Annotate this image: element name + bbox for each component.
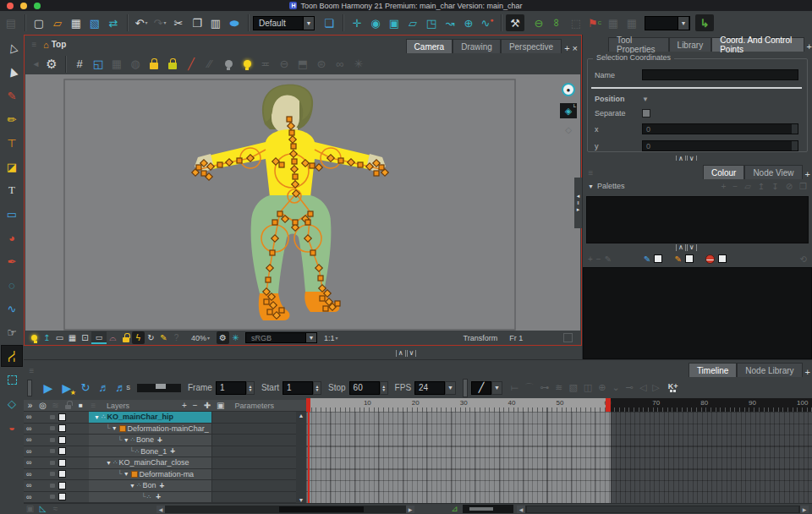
paste-cycle-icon[interactable]: ▧: [568, 382, 577, 393]
x-input[interactable]: 0: [642, 123, 798, 134]
header-menu-icon[interactable]: ≡: [87, 399, 100, 412]
rigging-tool[interactable]: ⌥: [2, 346, 22, 366]
brush-colour-swatch[interactable]: [654, 254, 662, 263]
palettes-collapse-icon[interactable]: ▼: [588, 183, 594, 189]
top-view-icon[interactable]: ⬒: [294, 56, 312, 73]
layer-row[interactable]: ∞└∴+: [24, 492, 306, 504]
tab-node-library[interactable]: Node Library: [737, 363, 802, 377]
solo-mode-icon[interactable]: ◎: [36, 399, 49, 412]
layer-name-cell[interactable]: └∴Bone_1+: [89, 446, 211, 457]
reset-view-icon[interactable]: ✳: [349, 56, 368, 73]
marquee-select-tool[interactable]: [2, 369, 22, 390]
layers-hscrollbar[interactable]: ◀▶: [156, 506, 414, 513]
snowflake-icon[interactable]: ✳: [229, 331, 242, 344]
colorspace-dropdown[interactable]: sRGB ▼: [245, 332, 317, 343]
select-tool[interactable]: ▶: [2, 62, 22, 82]
volume-slider[interactable]: [137, 384, 181, 392]
status-lock-icon[interactable]: [119, 331, 132, 344]
maintain-size-icon[interactable]: ⊕: [459, 14, 478, 31]
layer-name-cell[interactable]: └▼∴Bone+: [89, 435, 211, 446]
new-scene-icon[interactable]: ▢: [30, 14, 48, 31]
add-view-icon[interactable]: +: [564, 43, 569, 53]
active-preview-icon[interactable]: ▭: [91, 331, 107, 344]
preview-box-icon[interactable]: ⊡: [79, 331, 91, 344]
thumbnails-icon[interactable]: ≋: [49, 399, 62, 412]
palette-folder-icon[interactable]: ▱: [744, 182, 751, 191]
layer-parameters-cell[interactable]: [211, 412, 306, 423]
tab-library[interactable]: Library: [669, 37, 712, 52]
brush-colour-icon[interactable]: ✎: [644, 254, 650, 264]
frame-input[interactable]: 1: [216, 381, 246, 395]
transform-tool[interactable]: ▷: [2, 38, 22, 58]
colour-add-view-icon[interactable]: +: [805, 169, 810, 179]
timeline-ruler[interactable]: 102030405060708090100: [306, 398, 812, 412]
layer-name-cell[interactable]: ▼∴Bon+: [89, 480, 211, 491]
tab-perspective[interactable]: Perspective: [501, 39, 562, 53]
expand-arrow-icon[interactable]: ▼: [106, 460, 112, 466]
apply-deformation-icon[interactable]: ↳: [695, 14, 714, 31]
palette-up-icon[interactable]: ↥: [758, 182, 765, 191]
layer-enable-checkbox[interactable]: [58, 470, 66, 478]
workspace-manager-icon[interactable]: ❏: [320, 14, 338, 31]
expand-arrow-icon[interactable]: ▼: [129, 483, 135, 489]
inverse-kinematics-icon[interactable]: ↝: [441, 14, 459, 31]
range-end-marker[interactable]: [606, 398, 611, 412]
show-deformer-icon[interactable]: ⊖: [529, 14, 548, 31]
add-child-icon[interactable]: +: [156, 492, 161, 501]
fit-view-icon[interactable]: ◱: [89, 56, 107, 73]
fast-render-icon[interactable]: ϟ: [132, 331, 145, 344]
header-lock-icon[interactable]: [62, 399, 74, 412]
show-hide-icon[interactable]: ●: [562, 83, 575, 96]
paint-tool[interactable]: ◕: [2, 227, 22, 248]
pencil-colour-swatch[interactable]: [685, 254, 694, 263]
swatch-edit-icon[interactable]: ✎: [605, 254, 612, 264]
expand-all-icon[interactable]: »: [24, 399, 36, 412]
frames-hscrollbar[interactable]: ◀▶: [517, 506, 809, 513]
stop-input[interactable]: 60: [349, 381, 380, 395]
spin-tool[interactable]: ◒: [2, 417, 22, 437]
layer-lock-icon[interactable]: [50, 438, 55, 442]
grid-icon[interactable]: #: [70, 56, 89, 73]
position-collapse-icon[interactable]: ▼: [642, 96, 649, 103]
underlay-icon[interactable]: ↥: [41, 331, 53, 344]
deform-grid-2-icon[interactable]: ▦: [623, 14, 641, 31]
camera-frame-icon[interactable]: ▭: [53, 331, 66, 344]
copy-icon[interactable]: ❐: [188, 14, 206, 31]
paint-colour-icon[interactable]: [705, 254, 715, 264]
layer-lock-icon[interactable]: [50, 484, 55, 488]
paint-mode-icon[interactable]: ✎: [157, 331, 170, 344]
layer-row[interactable]: ∞▼∴Bon+: [24, 480, 306, 492]
stamp-tool[interactable]: ⊤: [2, 133, 22, 153]
current-view-icon[interactable]: ◈L: [560, 103, 577, 118]
convert-deformer-icon[interactable]: ⚑C: [585, 14, 604, 31]
layer-lock-icon[interactable]: [50, 461, 55, 465]
contour-editor-tool[interactable]: ∿: [2, 298, 22, 319]
start-spinner[interactable]: ▲▼: [313, 381, 321, 395]
side-view-icon[interactable]: ⊜: [312, 56, 331, 73]
layer-enable-checkbox[interactable]: [58, 424, 66, 432]
render-gear-icon[interactable]: ⚙: [217, 331, 229, 344]
paint-colour-swatch[interactable]: [718, 254, 727, 263]
layer-lock-icon[interactable]: [50, 415, 55, 419]
brush-tool[interactable]: ✎: [2, 85, 22, 106]
ease-selector[interactable]: ╱ ▼: [463, 379, 502, 397]
select-deform-box-icon[interactable]: ⬚: [567, 14, 585, 31]
add-child-icon[interactable]: +: [157, 435, 162, 445]
play-button[interactable]: ▶: [39, 380, 58, 396]
camera-menu-icon[interactable]: ≡: [28, 38, 41, 51]
deformation-chain-dropdown[interactable]: ▼: [645, 16, 690, 30]
safe-area-icon[interactable]: ◍: [126, 56, 145, 73]
layer-parameters-cell[interactable]: [211, 424, 306, 435]
fps-caret[interactable]: ▼: [445, 381, 456, 395]
layer-enable-checkbox[interactable]: [58, 413, 66, 421]
palette-list[interactable]: [586, 196, 809, 243]
pencil-tool[interactable]: ✏: [2, 109, 22, 129]
camera-stage[interactable]: ● ◈L ◇: [25, 74, 580, 332]
add-keyframe-exposure-icon[interactable]: K+: [668, 383, 678, 392]
layer-lock-icon[interactable]: [50, 472, 55, 476]
palette-link-icon[interactable]: ⊘: [786, 182, 793, 191]
layer-parameters-cell[interactable]: [211, 446, 306, 457]
import-images-icon[interactable]: ⇄: [104, 14, 123, 31]
multiplane-icon[interactable]: ∞: [331, 56, 349, 73]
colour-menu-icon[interactable]: ≡: [584, 167, 597, 179]
